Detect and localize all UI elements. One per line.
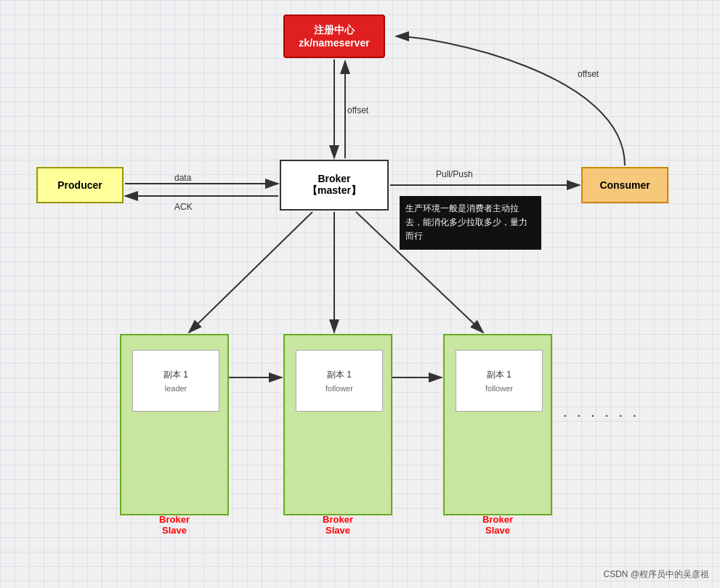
label-ack: ACK	[174, 202, 193, 212]
producer-box: Producer	[36, 167, 124, 203]
annotation-text: 生产环境一般是消费者主动拉去，能消化多少拉取多少，量力而行	[405, 203, 527, 241]
slave3-inner: 副本 1 follower	[456, 350, 543, 412]
slave1-inner: 副本 1 leader	[132, 350, 219, 412]
slave2-container: 副本 1 follower Broker Slave	[283, 334, 392, 515]
continuation-dots: · · · · · ·	[563, 407, 639, 423]
label-offset-right: offset	[578, 69, 599, 79]
slave3-container: 副本 1 follower Broker Slave	[443, 334, 552, 515]
slave1-label: Broker Slave	[159, 514, 190, 536]
slave3-label: Broker Slave	[482, 514, 513, 536]
reg-center-subtitle: zk/nameserver	[299, 37, 369, 49]
broker-master-line2: 【master】	[307, 184, 361, 197]
slave1-title: 副本 1	[163, 369, 188, 381]
slave3-title: 副本 1	[487, 369, 511, 381]
slave2-label: Broker Slave	[323, 514, 353, 536]
slave2-title: 副本 1	[327, 369, 352, 381]
reg-center-title: 注册中心	[314, 24, 355, 37]
svg-line-7	[189, 212, 312, 332]
label-offset-top: offset	[347, 105, 368, 115]
slave2-inner: 副本 1 follower	[296, 350, 383, 412]
annotation-box: 生产环境一般是消费者主动拉去，能消化多少拉取多少，量力而行	[400, 196, 541, 250]
reg-center-box: 注册中心 zk/nameserver	[283, 15, 385, 58]
consumer-label: Consumer	[599, 179, 650, 191]
slave2-subtitle: follower	[325, 384, 353, 393]
diagram-container: 注册中心 zk/nameserver Producer Broker 【mast…	[0, 0, 720, 588]
slave1-container: 副本 1 leader Broker Slave	[120, 334, 229, 515]
consumer-box: Consumer	[581, 167, 668, 203]
slave1-subtitle: leader	[165, 384, 187, 393]
broker-master-line1: Broker	[317, 173, 350, 184]
label-data: data	[174, 173, 191, 183]
producer-label: Producer	[57, 179, 102, 191]
slave3-subtitle: follower	[485, 384, 513, 393]
watermark: CSDN @程序员中的吴彦祖	[603, 568, 709, 581]
broker-master-box: Broker 【master】	[280, 160, 389, 211]
label-pull-push: Pull/Push	[436, 169, 473, 179]
